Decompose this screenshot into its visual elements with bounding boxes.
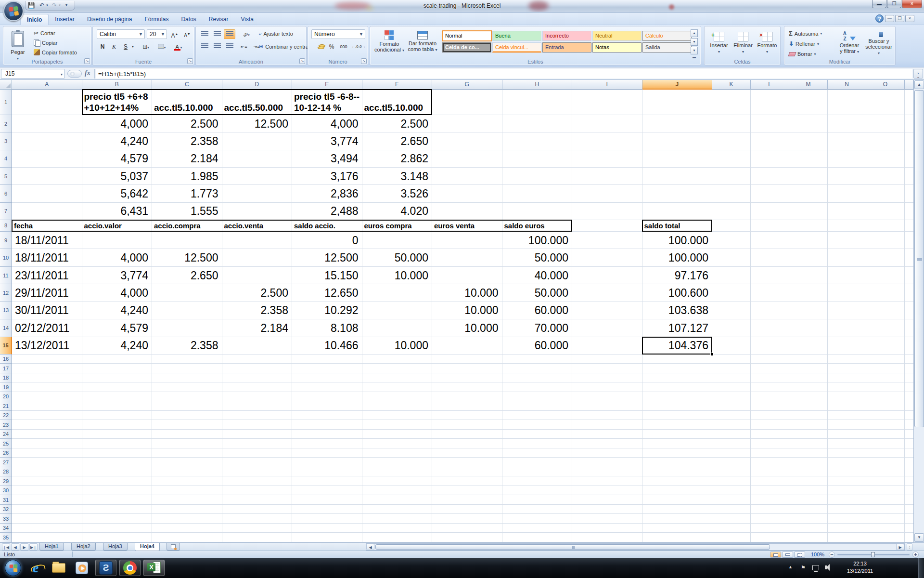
row-header-12[interactable]: 12 <box>0 284 12 302</box>
row-header-21[interactable]: 21 <box>0 401 12 411</box>
cell-B11[interactable]: 3,774 <box>82 267 153 284</box>
autosum-button[interactable]: ΣAutosuma▾ <box>787 29 823 38</box>
row-header-30[interactable]: 30 <box>0 486 12 496</box>
decrease-decimal-button[interactable]: .0→ <box>358 42 365 52</box>
tray-clock[interactable]: 22:13 13/12/2011 <box>834 560 886 575</box>
cell-H12[interactable]: 50.000 <box>502 284 573 302</box>
cell-H15[interactable]: 60.000 <box>502 337 573 355</box>
wrap-text-button[interactable]: ⤶Ajustar texto <box>257 30 295 37</box>
ribbon-tab-diseño-de-página[interactable]: Diseño de página <box>81 14 138 25</box>
cut-button[interactable]: ✂Cortar <box>32 29 57 37</box>
cell-B15[interactable]: 4,240 <box>82 337 153 355</box>
tray-volume-icon[interactable] <box>825 565 827 569</box>
cell-A11[interactable]: 23/11/2011 <box>12 267 82 284</box>
number-dialog-launcher[interactable]: ↘ <box>361 58 367 64</box>
cell-H11[interactable]: 40.000 <box>502 267 573 284</box>
cell-F2[interactable]: 2.500 <box>362 115 433 132</box>
row-header-26[interactable]: 26 <box>0 448 12 458</box>
orientation-button[interactable]: ab▾ <box>239 29 254 39</box>
cell-E12[interactable]: 12.650 <box>292 284 362 302</box>
row-header-9[interactable]: 9 <box>0 232 12 249</box>
cell-style-buena[interactable]: Buena <box>492 31 541 41</box>
styles-scroll-up[interactable]: ▲ <box>691 29 698 37</box>
undo-dropdown[interactable]: ▾ <box>45 1 49 10</box>
cell-H10[interactable]: 50.000 <box>502 249 573 266</box>
comma-style-button[interactable]: 000 <box>337 42 350 52</box>
expand-formula-bar-button[interactable]: ⌄⌄ <box>913 69 923 79</box>
last-sheet-button[interactable]: ▶❘ <box>29 543 38 551</box>
align-right-button[interactable] <box>224 42 235 52</box>
office-button[interactable] <box>3 1 24 21</box>
zoom-level[interactable]: 100% <box>811 552 824 557</box>
name-box[interactable]: J15 ▾ <box>1 69 64 79</box>
cell-E9[interactable]: 0 <box>292 232 362 249</box>
cell-A15[interactable]: 13/12/2011 <box>12 337 82 355</box>
formula-input[interactable]: =H15+(E15*B15) <box>96 69 912 79</box>
delete-cells-button[interactable]: × Eliminar▾ <box>732 29 755 62</box>
cell-F11[interactable]: 10.000 <box>362 267 433 284</box>
cell-H13[interactable]: 60.000 <box>502 302 573 319</box>
cell-J14[interactable]: 107.127 <box>642 319 713 337</box>
cell-H9[interactable]: 100.000 <box>502 232 573 249</box>
column-header-I[interactable]: I <box>572 80 642 90</box>
cell-C7[interactable]: 1.555 <box>152 203 222 220</box>
title-bar[interactable]: scale-trading - Microsoft Excel ▬ ❐ × <box>0 0 924 13</box>
clear-button[interactable]: Borrar▾ <box>787 51 818 57</box>
cell-B2[interactable]: 4,000 <box>82 115 153 132</box>
cell-F15[interactable]: 10.000 <box>362 337 433 355</box>
alignment-dialog-launcher[interactable]: ↘ <box>299 58 305 64</box>
row-header-7[interactable]: 7 <box>0 203 12 220</box>
format-as-table-button[interactable]: Dar formatocomo tabla ▾ <box>407 29 438 62</box>
column-header-M[interactable]: M <box>789 80 828 90</box>
align-center-button[interactable] <box>211 42 223 52</box>
minimize-button[interactable]: ▬ <box>872 0 886 8</box>
cell-C2[interactable]: 2.500 <box>152 115 222 132</box>
cell-style-notas[interactable]: Notas <box>592 42 642 53</box>
cell-G14[interactable]: 10.000 <box>432 319 502 337</box>
copy-button[interactable]: Copiar <box>32 39 59 46</box>
row-header-18[interactable]: 18 <box>0 373 12 383</box>
cell-style-neutral[interactable]: Neutral <box>592 31 642 41</box>
zoom-out-button[interactable]: − <box>829 552 835 558</box>
cell-E10[interactable]: 12.500 <box>292 249 362 266</box>
sheet-tab-hoja4[interactable]: Hoja4 <box>135 543 160 551</box>
ribbon-tab-datos[interactable]: Datos <box>175 14 202 25</box>
cell-E13[interactable]: 10.292 <box>292 302 362 319</box>
cell-B13[interactable]: 4,240 <box>82 302 153 319</box>
view-normal-button[interactable] <box>770 552 781 558</box>
row-header-4[interactable]: 4 <box>0 150 12 168</box>
cell-G8[interactable]: euros venta <box>432 220 502 232</box>
clipboard-dialog-launcher[interactable]: ↘ <box>84 58 90 64</box>
cell-E3[interactable]: 3,774 <box>292 132 362 150</box>
cell-C11[interactable]: 2.650 <box>152 267 222 284</box>
row-header-32[interactable]: 32 <box>0 505 12 514</box>
cell-J9[interactable]: 100.000 <box>642 232 713 249</box>
cell-A14[interactable]: 02/12/2011 <box>12 319 82 337</box>
number-format-combo[interactable]: Número▼ <box>311 29 365 39</box>
cell-style-salida[interactable]: Salida <box>642 42 692 53</box>
cell-F8[interactable]: euros compra <box>362 220 433 232</box>
cell-style-normal[interactable]: Normal <box>442 31 491 41</box>
vertical-scrollbar[interactable]: ▲ ▼ <box>913 80 924 542</box>
horizontal-scroll-thumb[interactable] <box>375 544 770 550</box>
vertical-scroll-thumb[interactable] <box>914 90 924 427</box>
underline-dropdown[interactable]: ▾ <box>130 42 135 52</box>
column-header-A[interactable]: A <box>12 80 82 90</box>
cell-C8[interactable]: accio.compra <box>152 220 222 232</box>
cell-A13[interactable]: 30/11/2011 <box>12 302 82 319</box>
column-header-N[interactable]: N <box>828 80 866 90</box>
cell-A9[interactable]: 18/11/2011 <box>12 232 82 249</box>
cell-A8[interactable]: fecha <box>12 220 82 232</box>
styles-scroll-down[interactable]: ▼ <box>691 38 698 46</box>
restore-button[interactable]: ❐ <box>887 0 901 8</box>
cell-B1[interactable]: precio tl5 +6+8 +10+12+14% <box>82 90 153 115</box>
row-header-33[interactable]: 33 <box>0 514 12 524</box>
cell-J8[interactable]: saldo total <box>642 220 713 232</box>
increase-decimal-button[interactable]: ←.0 <box>351 42 358 52</box>
row-header-10[interactable]: 10 <box>0 249 12 266</box>
cell-H14[interactable]: 70.000 <box>502 319 573 337</box>
sheet-tab-hoja3[interactable]: Hoja3 <box>103 543 128 551</box>
start-button[interactable] <box>5 560 21 576</box>
bold-button[interactable]: N <box>97 42 108 52</box>
cell-F1[interactable]: acc.tl5.10.000 <box>362 90 433 115</box>
